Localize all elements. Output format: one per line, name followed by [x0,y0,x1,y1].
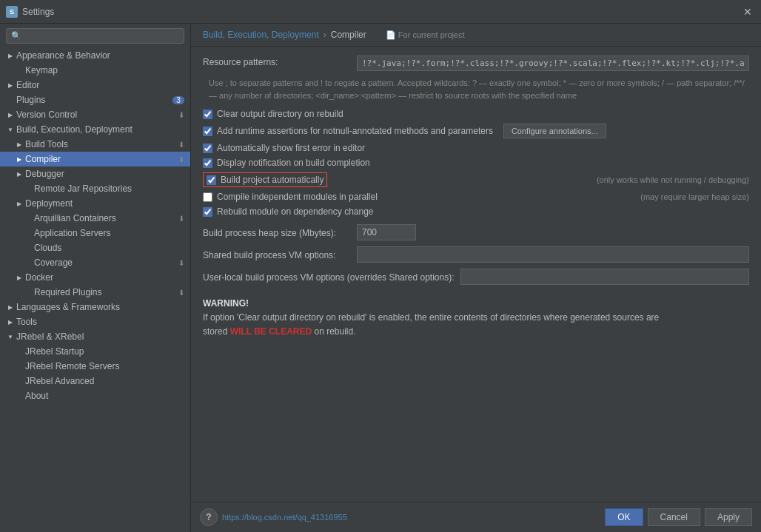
resource-patterns-hint: Use ; to separate patterns and ! to nega… [209,77,749,101]
sidebar-item-label: Arquillian Containers [34,213,116,223]
checkbox-build-automatically-input[interactable] [207,175,216,185]
tree-arrow-editor: ▶ [6,81,15,90]
tree-arrow-build-tools: ▶ [15,140,24,149]
search-input[interactable] [24,32,179,41]
sidebar-item-label: Appearance & Behavior [16,50,110,61]
warning-section: WARNING! If option 'Clear output directo… [203,297,749,340]
resource-patterns-row: Resource patterns: [203,55,749,71]
sidebar-item-keymap[interactable]: Keymap [0,63,190,78]
checkbox-runtime-assertions-input[interactable] [203,127,212,136]
help-button[interactable]: ? [200,508,218,526]
tree-arrow-jrebel-remote [15,362,24,371]
sidebar-item-languages[interactable]: ▶ Languages & Frameworks [0,300,190,314]
main-panel: Build, Execution, Deployment › Compiler … [191,24,761,532]
checkbox-compile-parallel: Compile independent modules in parallel … [203,192,749,202]
sidebar-item-remote-jar[interactable]: Remote Jar Repositories [0,181,190,196]
tree-arrow-docker: ▶ [15,273,24,282]
sidebar-item-build-tools[interactable]: ▶ Build Tools ⬇ [0,137,190,152]
tree-arrow-required-plugins [24,288,33,297]
breadcrumb: Build, Execution, Deployment › Compiler … [191,24,761,47]
tree-arrow-arquillian [24,214,33,223]
checkbox-rebuild-dependency-input[interactable] [203,207,212,217]
sidebar-item-debugger[interactable]: ▶ Debugger [0,166,190,181]
resource-patterns-input[interactable] [357,55,749,71]
sidebar-item-appearance-behavior[interactable]: ▶ Appearance & Behavior [0,48,190,63]
sidebar-item-label: Keymap [25,65,58,75]
sidebar-item-editor[interactable]: ▶ Editor [0,78,190,92]
tree-arrow-version-control: ▶ [6,110,15,119]
warning-body: If option 'Clear output directory on reb… [203,311,749,339]
sidebar-item-app-servers[interactable]: Application Servers [0,226,190,240]
tree-arrow-build: ▼ [6,125,15,134]
checkbox-clear-output: Clear output directory on rebuild [203,109,749,119]
sidebar-item-build-execution[interactable]: ▼ Build, Execution, Deployment [0,122,190,137]
sidebar-item-label: Build Tools [25,139,68,149]
sidebar-item-about[interactable]: About [0,388,190,403]
sidebar-item-label: Languages & Frameworks [16,302,120,312]
plugins-badge: 3 [172,96,184,104]
user-vm-input[interactable] [460,269,750,285]
sidebar-item-label: JRebel Startup [25,346,84,357]
ok-button[interactable]: OK [605,508,643,526]
sidebar-item-compiler[interactable]: ▶ Compiler ⬇ [0,152,190,166]
apply-button[interactable]: Apply [705,508,752,526]
sidebar-item-label: Remote Jar Repositories [34,183,132,194]
user-vm-row: User-local build process VM options (ove… [203,269,749,285]
sidebar-item-required-plugins[interactable]: Required Plugins ⬇ [0,285,190,300]
sidebar-item-jrebel-advanced[interactable]: JRebel Advanced [0,374,190,388]
sidebar-item-plugins[interactable]: Plugins 3 [0,92,190,107]
sidebar-item-label: Editor [16,80,39,90]
sidebar-item-label: Tools [16,317,37,327]
breadcrumb-separator: › [323,30,326,40]
tree-arrow-deployment: ▶ [15,199,24,208]
close-button[interactable]: ✕ [740,4,755,19]
url-hint: https://blog.csdn.net/qq_41316955 [222,513,600,522]
sidebar-item-label: Coverage [34,257,73,268]
heap-size-input[interactable] [357,224,416,240]
checkbox-compile-parallel-label: Compile independent modules in parallel [217,192,378,202]
sidebar-item-jrebel-startup[interactable]: JRebel Startup [0,344,190,359]
title-bar: S Settings ✕ [0,0,761,24]
checkbox-show-first-error-input[interactable] [203,144,212,153]
checkbox-display-notification-input[interactable] [203,158,212,168]
sidebar-item-label: Compiler [25,154,61,164]
warning-title: WARNING! [203,297,749,311]
sidebar-item-jrebel-remote[interactable]: JRebel Remote Servers [0,359,190,374]
sidebar-item-label: Docker [25,272,53,283]
sidebar-item-jrebel[interactable]: ▼ JRebel & XRebel [0,329,190,344]
resource-patterns-label: Resource patterns: [203,55,351,67]
configure-annotations-button[interactable]: Configure annotations... [503,124,606,138]
sidebar-item-clouds[interactable]: Clouds [0,240,190,255]
sidebar-item-docker[interactable]: ▶ Docker [0,270,190,285]
checkbox-runtime-assertions: Add runtime assertions for notnull-annot… [203,124,749,138]
checkbox-show-first-error-label: Automatically show first error in editor [217,143,365,153]
project-icon: 📄 [386,30,396,39]
tree-arrow-keymap [15,66,24,75]
sidebar-item-label: JRebel Advanced [25,376,94,386]
checkbox-rebuild-dependency: Rebuild module on dependency change [203,206,749,217]
cancel-button[interactable]: Cancel [648,508,700,526]
arquillian-settings-icon: ⬇ [178,215,184,223]
sidebar-item-tools[interactable]: ▶ Tools [0,314,190,329]
sidebar-item-label: About [25,391,48,401]
sidebar-item-label: Version Control [16,110,77,120]
user-vm-label: User-local build process VM options (ove… [203,271,455,283]
build-automatically-highlighted: Build project automatically [203,172,327,187]
sidebar-item-version-control[interactable]: ▶ Version Control ⬇ [0,107,190,122]
sidebar-item-deployment[interactable]: ▶ Deployment [0,196,190,211]
required-plugins-settings-icon: ⬇ [178,289,184,297]
bottom-bar: ? https://blog.csdn.net/qq_41316955 OK C… [191,502,761,532]
sidebar-item-label: Clouds [34,243,61,253]
sidebar-item-coverage[interactable]: Coverage ⬇ [0,255,190,270]
checkbox-clear-output-input[interactable] [203,110,212,119]
compile-parallel-note: (may require larger heap size) [626,192,749,201]
checkbox-runtime-assertions-label: Add runtime assertions for notnull-annot… [217,126,493,136]
checkbox-clear-output-label: Clear output directory on rebuild [217,109,343,119]
checkbox-compile-parallel-input[interactable] [203,192,212,202]
breadcrumb-part1[interactable]: Build, Execution, Deployment [203,30,319,40]
search-box[interactable]: 🔍 [6,28,184,44]
compiler-settings-icon: ⬇ [178,155,184,164]
shared-vm-input[interactable] [357,246,749,263]
sidebar-item-arquillian[interactable]: Arquillian Containers ⬇ [0,211,190,226]
settings-content: Resource patterns: Use ; to separate pat… [191,47,761,502]
